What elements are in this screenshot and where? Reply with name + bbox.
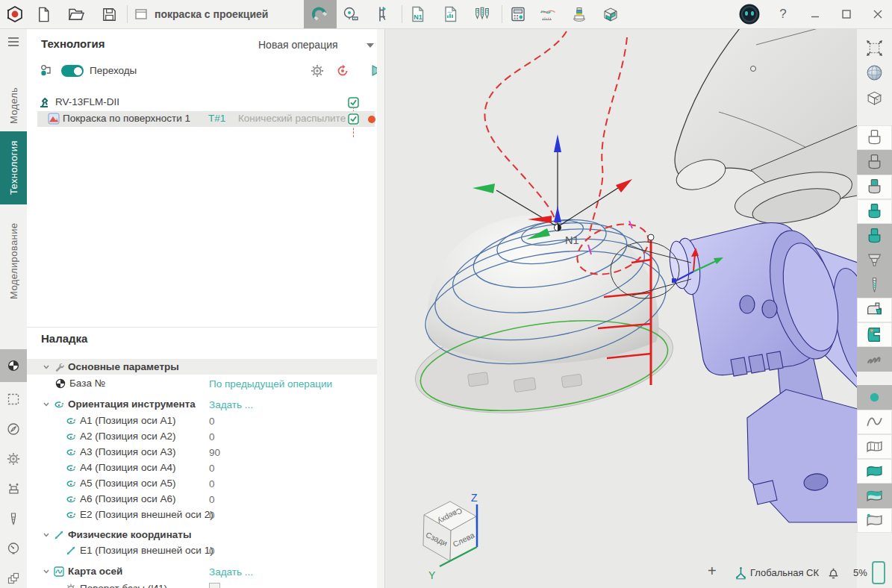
tab-technology[interactable]: Технология <box>0 131 27 204</box>
show-result-button[interactable] <box>857 175 892 199</box>
param-row-a4[interactable]: A4 (Позиция оси A4) 0 <box>27 460 385 475</box>
selection-rail-button[interactable] <box>0 385 27 413</box>
orientation-cube[interactable]: Сверху Сзади Слева Z Y <box>423 492 478 581</box>
param-row-a3[interactable]: A3 (Позиция оси A3) 90 <box>27 444 385 460</box>
param-row-a6[interactable]: A6 (Позиция оси A6) 0 <box>27 491 385 507</box>
param-value[interactable]: По предыдущей операции <box>209 378 332 389</box>
param-row-a1[interactable]: A1 (Позиция оси A1) 0 <box>27 413 385 428</box>
fit-view-button[interactable] <box>857 36 892 60</box>
calculator-button[interactable] <box>509 5 527 23</box>
shaded-view-button[interactable] <box>857 60 892 85</box>
param-value[interactable]: Задать ... <box>209 398 253 410</box>
show-part-button[interactable] <box>857 224 892 248</box>
param-value[interactable]: Задать ... <box>209 566 253 577</box>
open-project-icon[interactable] <box>67 5 85 23</box>
active-csys-label[interactable]: Глобальная СК <box>750 567 822 578</box>
transitions-toggle[interactable] <box>61 65 84 77</box>
param-value[interactable]: 0 <box>209 415 215 426</box>
show-marked-surface-button[interactable] <box>857 508 892 533</box>
show-dual-surface-button[interactable] <box>857 484 892 508</box>
add-button[interactable]: + <box>708 563 717 580</box>
param-group-axes-map[interactable]: Карта осей Задать ... <box>27 563 385 579</box>
settings-rail-button[interactable] <box>0 445 27 473</box>
viewport-3d[interactable]: N1 Сверху Сзади Слева Z Y <box>385 28 857 588</box>
section-box-button[interactable] <box>857 85 892 110</box>
datum-rail-button[interactable] <box>0 349 27 382</box>
progress-percent[interactable]: 5% <box>853 567 867 578</box>
show-hatch-button[interactable] <box>857 347 892 372</box>
tab-model[interactable]: Модель <box>0 82 27 128</box>
transitions-label: Переходы <box>90 65 137 76</box>
param-value[interactable]: 0 <box>209 545 215 556</box>
param-checkbox[interactable] <box>209 583 220 588</box>
main-menu-button[interactable] <box>0 33 27 51</box>
tree-item-machine[interactable]: RV-13FLM-DII <box>27 95 377 110</box>
operation-settings-button[interactable] <box>311 64 324 78</box>
param-value[interactable]: 0 <box>209 509 215 520</box>
gauge-icon <box>7 542 20 555</box>
param-group-orientation[interactable]: Ориентация инструмента Задать ... <box>27 396 385 412</box>
show-model-button[interactable] <box>857 199 892 224</box>
bell-icon[interactable] <box>826 566 840 580</box>
param-row-a5[interactable]: A5 (Позиция оси A5) 0 <box>27 475 385 491</box>
stepped-cone-icon <box>865 251 884 270</box>
param-group-physical[interactable]: Физические координаты <box>27 527 385 542</box>
show-workpiece-button[interactable] <box>857 125 892 150</box>
report-button[interactable] <box>442 5 460 23</box>
tab-simulation[interactable]: Моделирование <box>0 209 27 313</box>
recalculate-button[interactable] <box>336 64 349 78</box>
new-operation-button[interactable]: Новая операция <box>258 39 338 51</box>
param-value[interactable]: 90 <box>209 446 220 457</box>
operation-checkbox[interactable] <box>348 113 359 125</box>
app-logo[interactable] <box>6 5 24 23</box>
run-simulation-button[interactable] <box>370 64 383 77</box>
assistant-button[interactable] <box>738 3 761 25</box>
save-icon[interactable] <box>100 5 118 23</box>
cube-axis-y: Y <box>428 569 436 581</box>
new-document-icon[interactable] <box>34 5 52 23</box>
param-row-e1[interactable]: E1 (Позиция внешней оси 1) 0 <box>27 542 385 558</box>
param-row-e2[interactable]: E2 (Позиция внешней оси 2) 0 <box>27 507 385 522</box>
tree-item-operation[interactable]: Покраска по поверхности 1 Т#1 Конический… <box>37 111 375 127</box>
chevron-down-icon[interactable] <box>367 43 374 48</box>
measure-caliper-button[interactable] <box>373 5 391 23</box>
workpiece-box-button[interactable] <box>602 5 620 23</box>
show-tool-button[interactable] <box>857 273 892 298</box>
maximize-button[interactable] <box>838 5 855 23</box>
machine-name: RV-13FLM-DII <box>55 96 119 107</box>
press-layers-button[interactable] <box>570 5 588 23</box>
param-row-a2[interactable]: A2 (Позиция оси A2) 0 <box>27 428 385 444</box>
gauge-rail-button[interactable] <box>0 534 27 563</box>
graphs-button[interactable] <box>539 5 557 23</box>
show-wireframe-surface-button[interactable] <box>857 434 892 459</box>
machine-checkbox[interactable] <box>348 97 359 108</box>
close-button[interactable] <box>869 5 887 23</box>
coordinate-system-icon[interactable] <box>734 566 748 580</box>
param-value[interactable]: 0 <box>209 478 215 489</box>
param-group-main[interactable]: Основные параметры <box>27 359 385 375</box>
snap-magnet-button[interactable] <box>304 0 337 28</box>
param-value[interactable]: 0 <box>209 431 215 442</box>
dashed-selection-icon <box>7 392 20 406</box>
param-row-base[interactable]: База № По предыдущей операции <box>27 375 385 391</box>
tools-library-button[interactable] <box>473 5 491 23</box>
show-shaded-surface-button[interactable] <box>857 459 892 484</box>
show-machine-button[interactable] <box>857 322 892 347</box>
param-value[interactable]: 0 <box>209 493 215 504</box>
measure-tape-button[interactable] <box>342 5 360 23</box>
show-stock-button[interactable] <box>857 150 892 175</box>
layers-rail-button[interactable] <box>0 564 27 588</box>
nc-program-button[interactable]: N1 <box>409 5 427 23</box>
tool-rail-button[interactable] <box>0 504 27 533</box>
press-rail-button[interactable] <box>0 475 27 503</box>
section-box-icon <box>865 88 884 107</box>
param-value[interactable]: 0 <box>209 462 215 473</box>
compass-rail-button[interactable] <box>0 415 27 443</box>
show-fixture-button[interactable] <box>857 248 892 273</box>
show-head-button[interactable] <box>857 298 892 322</box>
show-curves-button[interactable] <box>857 410 892 434</box>
minimize-button[interactable] <box>806 5 824 23</box>
param-row-partial[interactable]: Поворот базы (И1) <box>27 581 385 588</box>
show-points-button[interactable] <box>857 385 892 410</box>
help-button[interactable]: ? <box>775 6 791 22</box>
